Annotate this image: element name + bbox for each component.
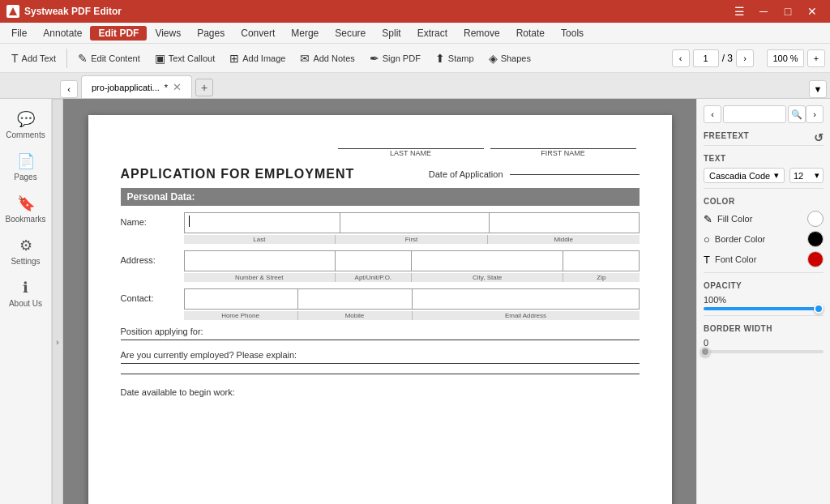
sidebar-pages-label: Pages (14, 173, 36, 182)
mobile-sublabel: Mobile (298, 311, 413, 320)
menu-secure[interactable]: Secure (327, 26, 374, 41)
apt-sublabel: Apt/Unit/P.O. (336, 273, 412, 282)
contact-label: Contact: (121, 288, 178, 303)
shapes-button[interactable]: ◈ Shapes (482, 49, 537, 67)
border-width-slider[interactable] (704, 350, 824, 353)
close-btn[interactable]: ✕ (801, 0, 824, 23)
sidebar-item-about[interactable]: ℹ About Us (3, 274, 49, 313)
toolbar: T Add Text ✎ Edit Content ▣ Text Callout… (0, 44, 830, 73)
menu-btn[interactable]: ☰ (728, 0, 751, 23)
font-color-label: Font Color (715, 254, 802, 264)
window-controls[interactable]: ☰ ─ □ ✕ (728, 0, 824, 23)
zoom-in-button[interactable]: + (807, 49, 825, 67)
right-panel-search-btn[interactable]: 🔍 (788, 105, 806, 123)
sidebar-item-pages[interactable]: 📄 Pages (3, 147, 49, 186)
color-section-title: COLOR (704, 197, 824, 206)
name-input-grid (184, 212, 640, 233)
sidebar-item-comments[interactable]: 💬 Comments (3, 105, 49, 144)
stamp-icon: ⬆ (435, 52, 445, 65)
pdf-title: APPLICATION FOR EMPLOYMENT (121, 167, 355, 182)
zoom-input[interactable] (767, 49, 804, 67)
font-name: Cascadia Code (709, 171, 770, 181)
apt-cell[interactable] (336, 251, 412, 271)
prev-page-button[interactable]: ‹ (672, 49, 690, 67)
sidebar-item-bookmarks[interactable]: 🔖 Bookmarks (3, 190, 49, 229)
sign-pdf-icon: ✒ (370, 52, 379, 65)
text-callout-button[interactable]: ▣ Text Callout (148, 49, 221, 67)
font-size-value: 12 (794, 171, 803, 181)
address-input-grid (184, 250, 640, 271)
maximize-btn[interactable]: □ (777, 0, 799, 23)
position-label: Position applying for: (121, 327, 640, 336)
divider-2 (704, 188, 824, 189)
next-page-button[interactable]: › (736, 49, 754, 67)
address-fields: Number & Street Apt/Unit/P.O. City, Stat… (184, 250, 640, 282)
border-width-thumb[interactable] (700, 347, 710, 357)
city-cell[interactable] (412, 251, 563, 271)
position-line (121, 340, 640, 340)
date-available-label: Date available to begin work: (121, 387, 640, 397)
font-color-swatch[interactable] (807, 251, 824, 267)
fill-color-swatch[interactable] (807, 211, 824, 227)
menu-annotate[interactable]: Annotate (35, 26, 90, 41)
menu-remove[interactable]: Remove (456, 26, 508, 41)
street-cell[interactable] (185, 251, 336, 271)
text-section-title: TEXT (704, 154, 824, 163)
zip-cell[interactable] (563, 251, 639, 271)
mobile-cell[interactable] (298, 289, 413, 309)
menu-views[interactable]: Views (147, 26, 189, 41)
minimize-btn[interactable]: ─ (752, 0, 775, 23)
menu-merge[interactable]: Merge (283, 26, 327, 41)
menu-pages[interactable]: Pages (189, 26, 233, 41)
contact-fields: Home Phone Mobile Email Address (184, 288, 640, 320)
middle-name-cell[interactable] (490, 213, 638, 233)
font-size-dropdown-icon: ▾ (815, 170, 819, 181)
email-cell[interactable] (413, 289, 639, 309)
menu-rotate[interactable]: Rotate (508, 26, 553, 41)
right-panel: ‹ 🔍 › FREETEXT ↺ TEXT Cascadia Code ▾ 12… (696, 99, 830, 504)
first-sublabel: First (336, 235, 488, 244)
refresh-button[interactable]: ↺ (814, 131, 824, 144)
right-panel-toggle[interactable]: ▼ (809, 80, 827, 98)
panel-collapse-button[interactable]: › (52, 99, 63, 504)
right-panel-search[interactable] (723, 105, 786, 123)
last-name-box (338, 131, 484, 149)
name-row: Name: Last First Middle (121, 212, 640, 244)
opacity-thumb[interactable] (814, 304, 824, 314)
new-tab-button[interactable]: + (195, 79, 213, 96)
menu-split[interactable]: Split (374, 26, 409, 41)
menu-convert[interactable]: Convert (233, 26, 283, 41)
right-panel-next[interactable]: › (806, 105, 824, 123)
left-panel-toggle[interactable]: ‹ (60, 80, 78, 98)
sidebar-item-settings[interactable]: ⚙ Settings (3, 232, 49, 271)
menu-extract[interactable]: Extract (409, 26, 456, 41)
opacity-slider-container: 100% (704, 295, 824, 310)
add-text-button[interactable]: T Add Text (5, 49, 62, 67)
pdf-title-row: APPLICATION FOR EMPLOYMENT Date of Appli… (121, 167, 640, 182)
bookmarks-icon: 🔖 (17, 194, 35, 212)
font-selector[interactable]: Cascadia Code ▾ (704, 168, 785, 183)
edit-content-button[interactable]: ✎ Edit Content (71, 49, 147, 67)
last-name-cell[interactable] (185, 213, 340, 233)
document-tab[interactable]: pro-jobapplicati... * ✕ (81, 75, 192, 98)
opacity-slider[interactable] (704, 307, 824, 310)
stamp-button[interactable]: ⬆ Stamp (429, 49, 481, 67)
menu-edit-pdf[interactable]: Edit PDF (90, 26, 147, 41)
font-size-selector[interactable]: 12 ▾ (789, 168, 824, 183)
add-notes-button[interactable]: ✉ Add Notes (293, 49, 361, 67)
sign-pdf-button[interactable]: ✒ Sign PDF (363, 49, 427, 67)
tab-close-button[interactable]: ✕ (173, 81, 182, 93)
home-phone-cell[interactable] (185, 289, 299, 309)
menu-file[interactable]: File (3, 26, 35, 41)
right-panel-prev[interactable]: ‹ (704, 105, 721, 123)
border-color-swatch[interactable] (807, 231, 824, 247)
tab-bar: ‹ pro-jobapplicati... * ✕ + ▼ (0, 73, 830, 99)
employed-line1 (121, 363, 640, 364)
current-page-input[interactable] (693, 49, 719, 67)
sidebar-bookmarks-label: Bookmarks (6, 215, 46, 224)
first-name-cell[interactable] (340, 213, 490, 233)
add-image-button[interactable]: ⊞ Add Image (223, 49, 292, 67)
menu-tools[interactable]: Tools (553, 26, 592, 41)
border-color-label: Border Color (715, 234, 802, 244)
date-label: Date of Application (429, 169, 503, 179)
